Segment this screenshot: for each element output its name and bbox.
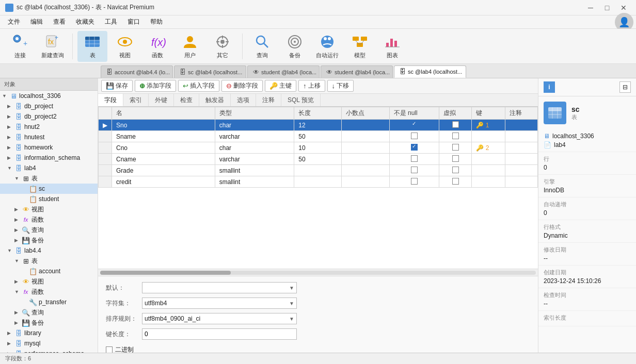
field-decimal[interactable] — [342, 176, 389, 188]
menu-file[interactable]: 文件 — [3, 16, 25, 28]
move-down-button[interactable]: ↓ 下移 — [327, 80, 354, 92]
table-row[interactable]: Cnochar10🔑 2 — [99, 142, 538, 154]
close-button[interactable]: ✕ — [616, 3, 631, 13]
more-button[interactable]: ⊟ — [619, 81, 631, 93]
save-button[interactable]: 💾 保存 — [101, 80, 133, 92]
not-null-checkbox[interactable] — [411, 178, 418, 185]
field-length[interactable]: 50 — [294, 154, 342, 165]
field-length[interactable]: 10 — [294, 142, 342, 154]
tree-lab4.4-account[interactable]: 📋 account — [0, 266, 98, 276]
toolbar-chart[interactable]: 图表 — [377, 31, 407, 62]
field-name[interactable]: Sno — [112, 120, 215, 131]
tree-mysql[interactable]: ▶ 🗄 mysql — [0, 338, 98, 349]
tab-sc-lab4[interactable]: 🗄 sc @lab4 (localhost... — [174, 65, 246, 78]
menu-tools[interactable]: 工具 — [100, 16, 122, 28]
toolbar-connect[interactable]: + 连接 — [5, 31, 35, 62]
tree-lab4.4-func[interactable]: ▼ fx 函数 — [0, 287, 98, 297]
toolbar-backup[interactable]: 备份 — [280, 31, 310, 62]
tree-lab4-4[interactable]: ▼ 🗄 lab4.4 — [0, 245, 98, 256]
table-row[interactable]: Snamevarchar50 — [99, 131, 538, 142]
menu-edit[interactable]: 编辑 — [25, 16, 48, 28]
tab-field[interactable]: 字段 — [98, 94, 123, 106]
field-type[interactable]: smallint — [215, 165, 294, 176]
field-decimal[interactable] — [342, 142, 389, 154]
not-null-checkbox[interactable] — [411, 167, 418, 173]
field-virtual[interactable] — [439, 165, 472, 176]
field-name[interactable]: Grade — [112, 165, 215, 176]
field-type[interactable]: char — [215, 142, 294, 154]
tree-db-project2[interactable]: ▶ 🗄 db_project2 — [0, 111, 98, 122]
tree-lab4.4-query[interactable]: ▶ 🔍 查询 — [0, 307, 98, 318]
field-not-null[interactable] — [389, 165, 439, 176]
tree-lab4.4-view[interactable]: ▶ 👁 视图 — [0, 276, 98, 287]
field-name[interactable]: Cno — [112, 142, 215, 154]
tab-student[interactable]: 👁 student @lab4 (loca... — [247, 65, 320, 78]
table-row[interactable]: Gradesmallint — [99, 165, 538, 176]
field-name[interactable]: Sname — [112, 131, 215, 142]
field-virtual[interactable] — [439, 131, 472, 142]
maximize-button[interactable]: □ — [600, 3, 614, 13]
virtual-checkbox[interactable] — [452, 167, 459, 173]
del-field-button[interactable]: ⊖ 删除字段 — [221, 80, 263, 92]
tree-lab4-func[interactable]: ▶ fx 函数 — [0, 214, 98, 225]
tab-options[interactable]: 选项 — [231, 94, 256, 106]
field-comment[interactable] — [505, 154, 537, 165]
field-decimal[interactable] — [342, 154, 389, 165]
tree-lab4-view[interactable]: ▶ 👁 视图 — [0, 204, 98, 214]
tab-student2[interactable]: 👁 student @lab4 (loca... — [321, 65, 393, 78]
virtual-checkbox[interactable] — [452, 178, 459, 185]
not-null-checkbox[interactable] — [411, 121, 418, 128]
tab-account[interactable]: 🗄 account @lab4.4 (lo... — [101, 65, 173, 78]
field-comment[interactable] — [505, 165, 537, 176]
tree-lab4[interactable]: ▼ 🗄 lab4 — [0, 163, 98, 173]
field-virtual[interactable] — [439, 176, 472, 188]
field-type[interactable]: char — [215, 120, 294, 131]
virtual-checkbox[interactable] — [452, 155, 459, 162]
scroll-bar[interactable] — [100, 271, 536, 275]
tree-lab4-student[interactable]: 📋 student — [0, 194, 98, 204]
field-not-null[interactable] — [389, 142, 439, 154]
toolbar-model[interactable]: 模型 — [345, 31, 375, 62]
tree-hnut2[interactable]: ▶ 🗄 hnut2 — [0, 122, 98, 132]
menu-help[interactable]: 帮助 — [145, 16, 168, 28]
field-length[interactable]: 12 — [294, 120, 342, 131]
field-type[interactable]: varchar — [215, 154, 294, 165]
virtual-checkbox[interactable] — [452, 144, 459, 151]
menu-view[interactable]: 查看 — [48, 16, 71, 28]
table-row[interactable]: creditsmallint — [99, 176, 538, 188]
field-type[interactable]: varchar — [215, 131, 294, 142]
field-comment[interactable] — [505, 120, 537, 131]
tab-trigger[interactable]: 触发器 — [199, 94, 231, 106]
table-row[interactable]: ▶Snochar12🔑 1 — [99, 120, 538, 131]
not-null-checkbox[interactable] — [411, 133, 418, 139]
tree-library[interactable]: ▶ 🗄 library — [0, 328, 98, 338]
field-not-null[interactable] — [389, 120, 439, 131]
toolbar-user[interactable]: 用户 — [175, 31, 205, 62]
tree-db-project[interactable]: ▶ 🗄 db_project — [0, 101, 98, 111]
tree-lab4.4-backup[interactable]: ▶ 💾 备份 — [0, 318, 98, 328]
field-length[interactable]: 50 — [294, 131, 342, 142]
field-name[interactable]: Cname — [112, 154, 215, 165]
toolbar-other[interactable]: 其它 — [208, 31, 237, 62]
field-comment[interactable] — [505, 131, 537, 142]
field-comment[interactable] — [505, 142, 537, 154]
field-length[interactable] — [294, 176, 342, 188]
not-null-checkbox[interactable] — [411, 155, 418, 162]
collation-select[interactable]: utf8mb4_0900_ai_ci ▼ — [142, 313, 297, 324]
field-not-null[interactable] — [389, 176, 439, 188]
default-select[interactable]: ▼ — [142, 282, 297, 293]
move-up-button[interactable]: ↑ 上移 — [298, 80, 325, 92]
toolbar-view[interactable]: 视图 — [110, 31, 140, 62]
tree-lab4.4-table-folder[interactable]: ▼ ⊞ 表 — [0, 256, 98, 266]
toolbar-function[interactable]: f(x) 函数 — [142, 31, 172, 62]
toolbar-new-query[interactable]: fx+ 新建查询 — [38, 31, 68, 62]
field-not-null[interactable] — [389, 131, 439, 142]
virtual-checkbox[interactable] — [452, 121, 459, 128]
field-decimal[interactable] — [342, 165, 389, 176]
table-row[interactable]: Cnamevarchar50 — [99, 154, 538, 165]
minimize-button[interactable]: ─ — [583, 3, 598, 13]
tab-comment[interactable]: 注释 — [256, 94, 281, 106]
tree-lab4-table-folder[interactable]: ▼ ⊞ 表 — [0, 173, 98, 184]
tab-foreign-key[interactable]: 外键 — [149, 94, 174, 106]
info-button[interactable]: i — [544, 81, 555, 93]
